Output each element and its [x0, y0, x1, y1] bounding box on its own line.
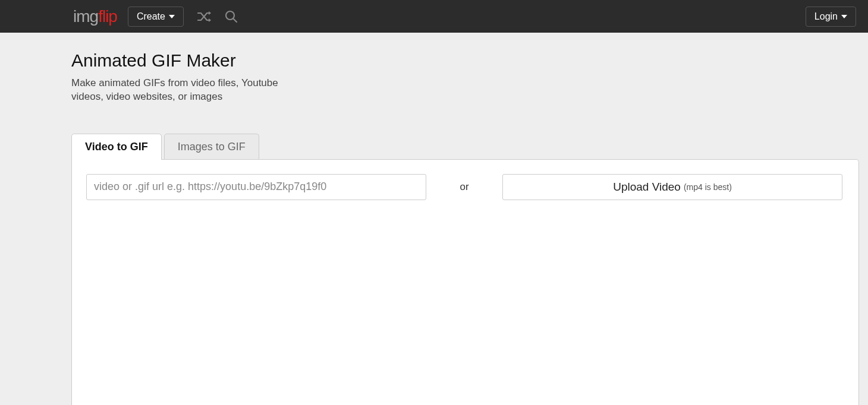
logo[interactable]: imgflip — [73, 7, 117, 26]
login-label: Login — [814, 11, 838, 22]
create-label: Create — [137, 11, 165, 22]
content: Animated GIF Maker Make animated GIFs fr… — [71, 33, 859, 405]
create-button[interactable]: Create — [128, 7, 184, 27]
panel: or Upload Video (mp4 is best) — [71, 159, 859, 405]
login-button[interactable]: Login — [806, 7, 856, 27]
input-row: or Upload Video (mp4 is best) — [86, 174, 844, 200]
svg-line-1 — [233, 18, 237, 22]
shuffle-icon[interactable] — [197, 10, 213, 23]
header-left: imgflip Create — [12, 7, 238, 27]
page-subtitle: Make animated GIFs from video files, You… — [71, 77, 291, 104]
video-url-input[interactable] — [86, 174, 426, 200]
logo-flip-text: flip — [98, 7, 117, 26]
chevron-down-icon — [169, 15, 175, 18]
upload-hint: (mp4 is best) — [684, 182, 732, 192]
header-right: Login — [806, 7, 856, 27]
upload-video-button[interactable]: Upload Video (mp4 is best) — [502, 174, 842, 200]
or-text: or — [426, 181, 502, 193]
chevron-down-icon — [841, 15, 847, 18]
upload-label: Upload Video — [613, 181, 681, 194]
header: imgflip Create Login — [0, 0, 868, 33]
page-title: Animated GIF Maker — [71, 50, 859, 71]
logo-img-text: img — [73, 7, 98, 26]
tab-video-to-gif[interactable]: Video to GIF — [71, 134, 162, 160]
search-icon[interactable] — [224, 10, 238, 24]
tabs: Video to GIF Images to GIF — [71, 134, 859, 160]
tab-images-to-gif[interactable]: Images to GIF — [164, 134, 259, 160]
